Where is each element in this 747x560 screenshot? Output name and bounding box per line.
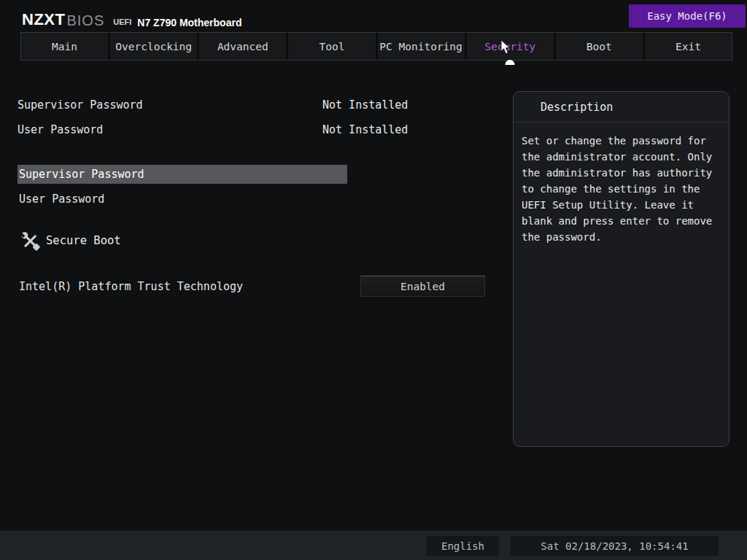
ptt-label: Intel(R) Platform Trust Technology — [19, 280, 243, 293]
tab-advanced[interactable]: Advanced — [199, 33, 286, 60]
board-name: N7 Z790 Motherboard — [137, 18, 241, 28]
menu-item-supervisor-password[interactable]: Supervisor Password — [18, 165, 347, 184]
tab-overclocking[interactable]: Overclocking — [110, 33, 197, 60]
secure-boot-label: Secure Boot — [46, 234, 121, 247]
tab-boot[interactable]: Boot — [556, 33, 643, 60]
supervisor-password-status-label: Supervisor Password — [18, 98, 143, 112]
brand-bios: BIOS — [66, 13, 104, 28]
active-tab-indicator — [506, 60, 515, 65]
menu-item-user-password[interactable]: User Password — [18, 190, 347, 209]
supervisor-password-status-row: Supervisor Password Not Installed — [0, 98, 511, 113]
description-panel: Description Set or change the password f… — [513, 91, 729, 447]
language-selector[interactable]: English — [427, 536, 499, 556]
tools-icon — [20, 231, 40, 251]
supervisor-password-status-value: Not Installed — [322, 98, 408, 112]
uefi-label: UEFI — [113, 18, 131, 28]
tab-main[interactable]: Main — [21, 33, 108, 60]
brand-logo: NZXT BIOS UEFI N7 Z790 Motherboard — [22, 7, 241, 28]
brand-nzxt: NZXT — [22, 12, 65, 28]
menu-item-secure-boot[interactable]: Secure Boot — [20, 230, 121, 251]
easy-mode-button[interactable]: Easy Mode(F6) — [629, 4, 746, 28]
user-password-status-value: Not Installed — [322, 123, 408, 136]
tab-security-label: Security — [484, 41, 535, 52]
menu-tabbar: Main Overclocking Advanced Tool PC Monit… — [20, 32, 732, 61]
user-password-status-row: User Password Not Installed — [0, 123, 511, 138]
user-password-status-label: User Password — [18, 123, 103, 136]
status-bar: English Sat 02/18/2023, 10:54:41 — [0, 531, 747, 560]
description-title: Description — [514, 92, 729, 122]
tab-tool[interactable]: Tool — [288, 33, 375, 60]
description-body: Set or change the password for the admin… — [514, 122, 729, 245]
tab-exit[interactable]: Exit — [645, 33, 732, 60]
tab-security[interactable]: Security — [467, 33, 554, 60]
datetime-display: Sat 02/18/2023, 10:54:41 — [511, 536, 719, 556]
ptt-value-button[interactable]: Enabled — [360, 276, 485, 297]
tab-pc-monitoring[interactable]: PC Monitoring — [378, 33, 465, 60]
